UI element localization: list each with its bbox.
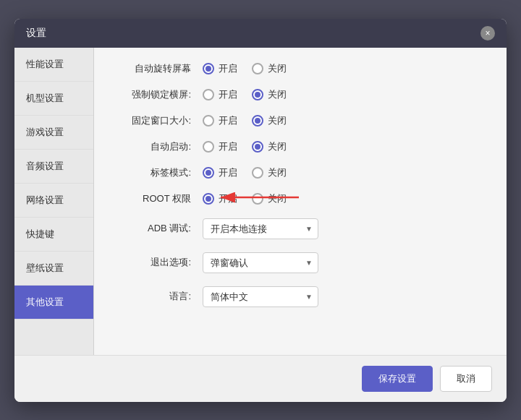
radio-group-tab-mode: 开启 关闭 — [203, 166, 287, 179]
radio-circle-auto-rotate-on — [203, 63, 214, 74]
content-area: 自动旋转屏幕 开启 关闭 强制锁定横屏: — [94, 48, 507, 355]
sidebar-item-壁纸设置[interactable]: 壁纸设置 — [14, 252, 93, 286]
dialog-footer: 保存设置 取消 — [14, 355, 507, 402]
label-root: ROOT 权限 — [116, 192, 203, 205]
save-button[interactable]: 保存设置 — [362, 366, 433, 392]
radio-fixed-window-on[interactable]: 开启 — [203, 114, 237, 127]
label-adb: ADB 调试: — [116, 222, 203, 235]
radio-circle-root-on — [203, 193, 214, 205]
radio-auto-rotate-off[interactable]: 关闭 — [252, 62, 287, 75]
radio-group-auto-start: 开启 关闭 — [203, 140, 287, 153]
radio-lock-landscape-on[interactable]: 开启 — [203, 88, 237, 101]
settings-dialog: 设置 × 性能设置机型设置游戏设置音频设置网络设置快捷键壁纸设置其他设置 自动旋… — [14, 19, 507, 402]
label-lock-landscape: 强制锁定横屏: — [116, 88, 203, 101]
select-wrapper-adb: 开启本地连接 关闭 ▼ — [203, 218, 318, 239]
radio-circle-auto-start-off — [252, 141, 263, 153]
radio-lock-landscape-off[interactable]: 关闭 — [252, 88, 287, 101]
setting-row-lock-landscape: 强制锁定横屏: 开启 关闭 — [116, 88, 485, 101]
setting-row-language: 语言: 简体中文 English ▼ — [116, 286, 485, 307]
radio-auto-start-on[interactable]: 开启 — [203, 140, 237, 153]
radio-circle-tab-mode-on — [203, 167, 214, 179]
label-tab-mode: 标签模式: — [116, 166, 203, 179]
select-wrapper-exit: 弹窗确认 直接退出 ▼ — [203, 252, 318, 273]
title-bar: 设置 × — [14, 19, 507, 48]
select-wrapper-language: 简体中文 English ▼ — [203, 286, 318, 307]
radio-tab-mode-off[interactable]: 关闭 — [252, 166, 287, 179]
sidebar-item-音频设置[interactable]: 音频设置 — [14, 150, 93, 184]
sidebar-item-性能设置[interactable]: 性能设置 — [14, 48, 93, 82]
radio-group-lock-landscape: 开启 关闭 — [203, 88, 287, 101]
setting-row-tab-mode: 标签模式: 开启 关闭 — [116, 166, 485, 179]
sidebar-item-快捷键[interactable]: 快捷键 — [14, 218, 93, 252]
label-auto-rotate: 自动旋转屏幕 — [116, 62, 203, 75]
sidebar-item-网络设置[interactable]: 网络设置 — [14, 184, 93, 218]
select-adb[interactable]: 开启本地连接 关闭 — [203, 218, 318, 239]
radio-group-fixed-window: 开启 关闭 — [203, 114, 287, 127]
radio-tab-mode-on[interactable]: 开启 — [203, 166, 237, 179]
radio-group-auto-rotate: 开启 关闭 — [203, 62, 287, 75]
setting-row-root: ROOT 权限 开启 关闭 — [116, 192, 485, 205]
radio-fixed-window-off[interactable]: 关闭 — [252, 114, 287, 127]
radio-circle-lock-landscape-off — [252, 89, 263, 100]
sidebar-item-其他设置[interactable]: 其他设置 — [14, 286, 93, 320]
close-button[interactable]: × — [480, 26, 495, 40]
setting-row-auto-start: 自动启动: 开启 关闭 — [116, 140, 485, 153]
setting-row-auto-rotate: 自动旋转屏幕 开启 关闭 — [116, 62, 485, 75]
radio-auto-rotate-on[interactable]: 开启 — [203, 62, 237, 75]
dialog-title: 设置 — [26, 27, 46, 40]
label-auto-start: 自动启动: — [116, 140, 203, 153]
label-language: 语言: — [116, 290, 203, 303]
sidebar-item-机型设置[interactable]: 机型设置 — [14, 82, 93, 116]
setting-row-exit: 退出选项: 弹窗确认 直接退出 ▼ — [116, 252, 485, 273]
setting-row-fixed-window: 固定窗口大小: 开启 关闭 — [116, 114, 485, 127]
select-language[interactable]: 简体中文 English — [203, 286, 318, 307]
dialog-body: 性能设置机型设置游戏设置音频设置网络设置快捷键壁纸设置其他设置 自动旋转屏幕 开… — [14, 48, 507, 355]
radio-circle-tab-mode-off — [252, 167, 263, 179]
sidebar: 性能设置机型设置游戏设置音频设置网络设置快捷键壁纸设置其他设置 — [14, 48, 94, 355]
radio-auto-start-off[interactable]: 关闭 — [252, 140, 287, 153]
label-fixed-window: 固定窗口大小: — [116, 114, 203, 127]
label-exit: 退出选项: — [116, 256, 203, 269]
radio-circle-fixed-window-on — [203, 115, 214, 127]
radio-circle-fixed-window-off — [252, 115, 263, 127]
radio-circle-lock-landscape-on — [203, 89, 214, 100]
sidebar-item-游戏设置[interactable]: 游戏设置 — [14, 116, 93, 150]
radio-circle-auto-rotate-off — [252, 63, 263, 74]
cancel-button[interactable]: 取消 — [440, 366, 492, 392]
radio-circle-auto-start-on — [203, 141, 214, 153]
setting-row-adb: ADB 调试: 开启本地连接 关闭 ▼ — [116, 218, 485, 239]
red-arrow-indicator — [213, 187, 300, 211]
select-exit[interactable]: 弹窗确认 直接退出 — [203, 252, 318, 273]
